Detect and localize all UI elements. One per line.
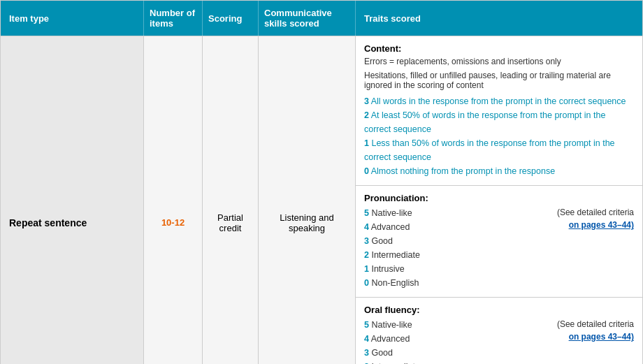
header-item-type: Item type	[1, 1, 144, 36]
cell-scoring: Partial credit	[203, 36, 259, 364]
content-title: Content:	[364, 43, 634, 54]
trait-pronunciation-section: Pronunciation: 5 Native-like 4 Advanced …	[356, 186, 642, 298]
content-score-0: 0 Almost nothing from the prompt in the …	[364, 164, 634, 178]
pronunciation-see-criteria: (See detailed criteria on pages 43–44)	[550, 206, 634, 231]
table-header: Item type Number of items Scoring Commun…	[1, 1, 642, 36]
content-scores: 3 All words in the response from the pro…	[364, 94, 634, 178]
oral-fluency-title: Oral fluency:	[364, 305, 634, 315]
header-scoring: Scoring	[203, 1, 259, 36]
header-comm-skills-label: Communicative skills scored	[264, 8, 349, 29]
header-num-items-label: Number of items	[150, 8, 196, 29]
scoring-value2: credit	[219, 223, 242, 233]
cell-traits: Content: Errors = replacements, omission…	[356, 36, 642, 364]
pron-score-0: 0 Non-English	[364, 276, 420, 290]
content-score-3: 3 All words in the response from the pro…	[364, 94, 634, 108]
pron-score-1: 1 Intrusive	[364, 262, 420, 276]
trait-content-section: Content: Errors = replacements, omission…	[356, 36, 642, 186]
header-traits-label: Traits scored	[364, 13, 421, 24]
item-type-value: Repeat sentence	[9, 217, 87, 228]
oral-score-3: 3 Good	[364, 346, 420, 360]
pron-score-3: 3 Good	[364, 234, 420, 248]
header-traits: Traits scored	[356, 1, 642, 36]
header-comm-skills: Communicative skills scored	[259, 1, 356, 36]
pron-score-4: 4 Advanced	[364, 220, 420, 234]
pronunciation-title: Pronunciation:	[364, 193, 634, 203]
scoring-value: Partial	[217, 212, 243, 223]
content-note2: Hesitations, filled or unfilled pauses, …	[364, 71, 634, 90]
content-score-2: 2 At least 50% of words in the response …	[364, 108, 634, 136]
cell-item-type: Repeat sentence	[1, 36, 144, 364]
header-num-items: Number of items	[144, 1, 203, 36]
oral-score-4: 4 Advanced	[364, 332, 420, 346]
header-item-type-label: Item type	[9, 13, 49, 24]
trait-oral-fluency-section: Oral fluency: 5 Native-like 4 Advanced 3…	[356, 298, 642, 364]
cell-num-items: 10-12	[144, 36, 203, 364]
content-score-1: 1 Less than 50% of words in the response…	[364, 136, 634, 164]
comm-skills-value: Listening and speaking	[264, 212, 349, 233]
header-scoring-label: Scoring	[208, 13, 242, 24]
pronunciation-score-list: 5 Native-like 4 Advanced 3 Good 2 Interm…	[364, 206, 420, 290]
cell-comm-skills: Listening and speaking	[259, 36, 356, 364]
num-items-value: 10-12	[161, 217, 185, 228]
oral-fluency-see-criteria: (See detailed criteria on pages 43–44)	[550, 318, 634, 343]
oral-score-2: 2 Intermediate	[364, 360, 420, 364]
content-note1: Errors = replacements, omissions and ins…	[364, 57, 634, 66]
oral-fluency-score-list: 5 Native-like 4 Advanced 3 Good 2 Interm…	[364, 318, 420, 364]
pron-score-5: 5 Native-like	[364, 206, 420, 220]
oral-score-5: 5 Native-like	[364, 318, 420, 332]
table-body-row: Repeat sentence 10-12 Partial credit Lis…	[1, 36, 642, 364]
pronunciation-scores-row: 5 Native-like 4 Advanced 3 Good 2 Interm…	[364, 206, 634, 290]
main-table: Item type Number of items Scoring Commun…	[0, 0, 643, 364]
pron-score-2: 2 Intermediate	[364, 248, 420, 262]
oral-fluency-scores-row: 5 Native-like 4 Advanced 3 Good 2 Interm…	[364, 318, 634, 364]
